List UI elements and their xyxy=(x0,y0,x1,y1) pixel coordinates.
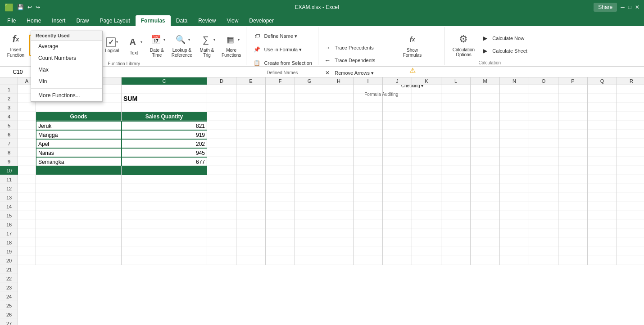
cell-n8[interactable] xyxy=(500,148,529,157)
cell-o4[interactable] xyxy=(529,112,558,121)
row-num-19[interactable]: 19 xyxy=(0,247,18,256)
cell-o12[interactable] xyxy=(529,184,558,193)
cell-d17[interactable] xyxy=(207,229,236,238)
cell-c2[interactable]: SUM xyxy=(122,94,207,103)
cell-o2[interactable] xyxy=(529,94,558,103)
cell-p9[interactable] xyxy=(558,157,588,166)
cell-q14[interactable] xyxy=(588,202,617,211)
window-close[interactable]: ✕ xyxy=(635,4,639,10)
cell-n11[interactable] xyxy=(500,175,529,184)
quick-access-save[interactable]: 💾 xyxy=(17,4,24,10)
cell-i3[interactable] xyxy=(354,103,383,112)
col-header-e[interactable]: E xyxy=(236,77,266,85)
col-header-h[interactable]: H xyxy=(324,77,354,85)
cell-c5-821[interactable]: 821 xyxy=(122,121,207,130)
row-num-27[interactable]: 27 xyxy=(0,319,18,325)
dropdown-item-max[interactable]: Max xyxy=(31,64,102,76)
cell-b3[interactable] xyxy=(36,103,122,112)
col-header-n[interactable]: N xyxy=(500,77,529,85)
cell-d2[interactable] xyxy=(207,94,236,103)
cell-d1[interactable] xyxy=(207,85,236,94)
cell-n17[interactable] xyxy=(500,229,529,238)
cell-e1[interactable] xyxy=(236,85,266,94)
cell-m3[interactable] xyxy=(471,103,500,112)
cell-b4-goods[interactable]: Goods xyxy=(36,112,122,121)
more-functions-button[interactable]: ▦ ▾ MoreFunctions xyxy=(219,31,243,59)
cell-p3[interactable] xyxy=(558,103,588,112)
cell-b17[interactable] xyxy=(36,229,122,238)
cell-r13[interactable] xyxy=(617,193,644,202)
cell-g14[interactable] xyxy=(295,202,324,211)
cell-g2[interactable] xyxy=(295,94,324,103)
cell-b11[interactable] xyxy=(36,175,122,184)
cell-j19[interactable] xyxy=(383,247,412,256)
row-num-7[interactable]: 7 xyxy=(0,139,18,148)
cell-n10[interactable] xyxy=(500,166,529,175)
cell-f17[interactable] xyxy=(266,229,295,238)
trace-precedents-button[interactable]: → Trace Precedents xyxy=(321,42,380,53)
cell-i6[interactable] xyxy=(354,130,383,139)
cell-o7[interactable] xyxy=(529,139,558,148)
col-header-j[interactable]: J xyxy=(383,77,412,85)
cell-d15[interactable] xyxy=(207,211,236,220)
cell-r17[interactable] xyxy=(617,229,644,238)
dropdown-item-min[interactable]: Min xyxy=(31,76,102,87)
row-num-17[interactable]: 17 xyxy=(0,229,18,238)
cell-e7[interactable] xyxy=(236,139,266,148)
date-time-button[interactable]: 📅 ▾ Date &Time xyxy=(146,31,168,59)
cell-p5[interactable] xyxy=(558,121,588,130)
cell-h15[interactable] xyxy=(324,211,354,220)
cell-j12[interactable] xyxy=(383,184,412,193)
cell-q7[interactable] xyxy=(588,139,617,148)
remove-arrows-button[interactable]: ✕ Remove Arrows ▾ xyxy=(321,68,380,78)
row-num-25[interactable]: 25 xyxy=(0,301,18,310)
cell-j8[interactable] xyxy=(383,148,412,157)
cell-k18[interactable] xyxy=(412,238,441,247)
cell-e5[interactable] xyxy=(236,121,266,130)
cell-j20[interactable] xyxy=(383,256,412,265)
cell-d7[interactable] xyxy=(207,139,236,148)
cell-j6[interactable] xyxy=(383,130,412,139)
cell-f15[interactable] xyxy=(266,211,295,220)
cell-b19[interactable] xyxy=(36,247,122,256)
cell-h5[interactable] xyxy=(324,121,354,130)
cell-q4[interactable] xyxy=(588,112,617,121)
cell-i9[interactable] xyxy=(354,157,383,166)
row-num-5[interactable]: 5 xyxy=(0,121,18,130)
cell-h2[interactable] xyxy=(324,94,354,103)
cell-a5[interactable] xyxy=(18,121,36,130)
cell-g6[interactable] xyxy=(295,130,324,139)
cell-l9[interactable] xyxy=(441,157,471,166)
cell-o3[interactable] xyxy=(529,103,558,112)
cell-c16[interactable] xyxy=(122,220,207,229)
cell-l11[interactable] xyxy=(441,175,471,184)
cell-f4[interactable] xyxy=(266,112,295,121)
cell-d12[interactable] xyxy=(207,184,236,193)
cell-n3[interactable] xyxy=(500,103,529,112)
cell-p14[interactable] xyxy=(558,202,588,211)
cell-m4[interactable] xyxy=(471,112,500,121)
cell-b9-semangka[interactable]: Semangka xyxy=(36,157,122,166)
cell-e8[interactable] xyxy=(236,148,266,157)
row-num-22[interactable]: 22 xyxy=(0,274,18,283)
tab-insert[interactable]: Insert xyxy=(46,15,71,26)
col-header-g[interactable]: G xyxy=(295,77,324,85)
cell-d11[interactable] xyxy=(207,175,236,184)
error-checking-button[interactable]: ⚠ ErrorChecking ▾ xyxy=(398,61,427,90)
cell-q18[interactable] xyxy=(588,238,617,247)
cell-e6[interactable] xyxy=(236,130,266,139)
cell-e18[interactable] xyxy=(236,238,266,247)
cell-a17[interactable] xyxy=(18,229,36,238)
cell-l5[interactable] xyxy=(441,121,471,130)
cell-f20[interactable] xyxy=(266,256,295,265)
cell-i12[interactable] xyxy=(354,184,383,193)
cell-h7[interactable] xyxy=(324,139,354,148)
cell-g18[interactable] xyxy=(295,238,324,247)
cell-l19[interactable] xyxy=(441,247,471,256)
text-arrow[interactable]: ▾ xyxy=(141,40,142,44)
cell-j13[interactable] xyxy=(383,193,412,202)
row-num-1[interactable]: 1 xyxy=(0,85,18,94)
cell-b20[interactable] xyxy=(36,256,122,265)
cell-m16[interactable] xyxy=(471,220,500,229)
cell-k15[interactable] xyxy=(412,211,441,220)
